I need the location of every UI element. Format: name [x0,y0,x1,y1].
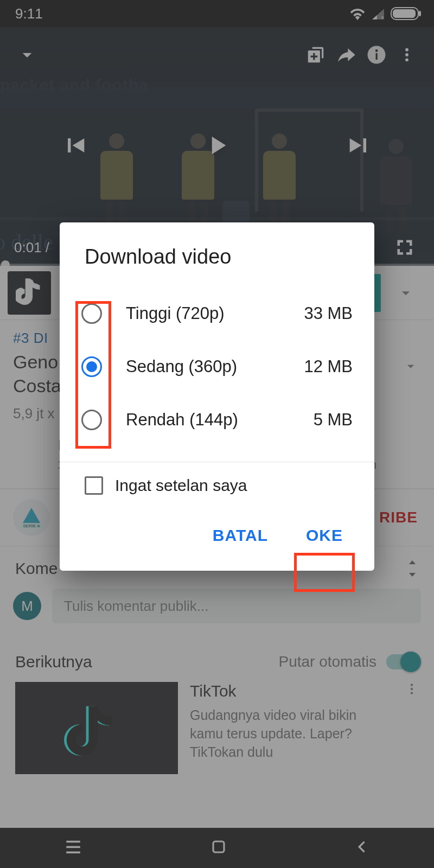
ok-button[interactable]: OKE [296,519,353,552]
cancel-button[interactable]: BATAL [203,519,278,552]
quality-label: Rendah (144p) [126,410,314,430]
dialog-title: Download video [60,245,374,284]
quality-option-high[interactable]: Tinggi (720p) 33 MB [60,287,374,340]
quality-size: 12 MB [304,357,353,376]
remember-settings-row[interactable]: Ingat setelan saya [60,476,374,502]
quality-label: Tinggi (720p) [126,304,304,323]
quality-size: 5 MB [314,410,353,430]
radio-icon[interactable] [81,410,102,430]
quality-option-medium[interactable]: Sedang (360p) 12 MB [60,340,374,393]
remember-label: Ingat setelan saya [115,476,247,495]
download-dialog: Download video Tinggi (720p) 33 MB Sedan… [60,222,374,571]
radio-icon[interactable] [81,356,102,377]
checkbox-icon[interactable] [85,476,103,495]
radio-icon[interactable] [81,303,102,324]
quality-options: Tinggi (720p) 33 MB Sedang (360p) 12 MB … [60,284,374,456]
quality-size: 33 MB [304,304,353,323]
quality-label: Sedang (360p) [126,357,304,376]
screen-root: { "status": { "time": "9:11" }, "player"… [0,0,434,868]
quality-option-low[interactable]: Rendah (144p) 5 MB [60,393,374,446]
dialog-actions: BATAL OKE [60,502,374,560]
